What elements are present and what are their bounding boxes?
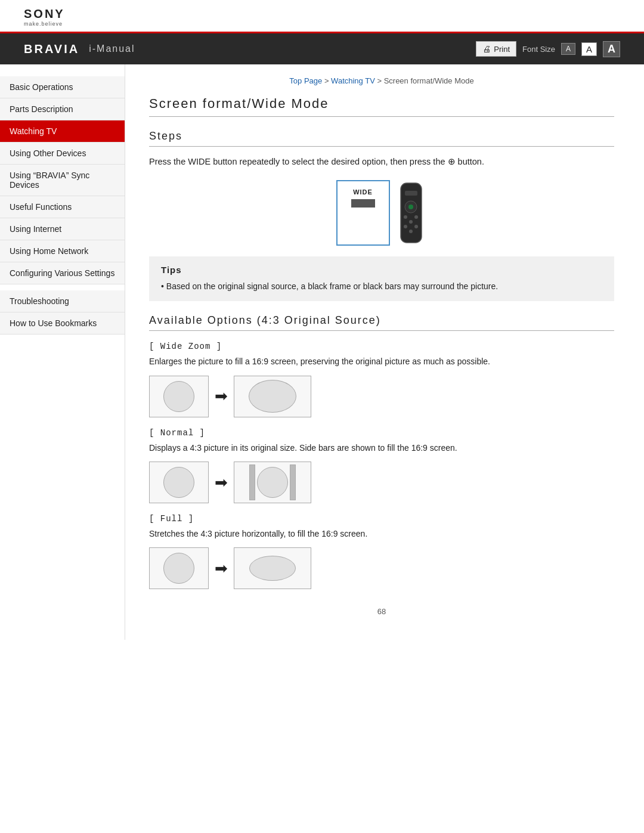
sidebar-item-using-internet[interactable]: Using Internet — [0, 218, 125, 240]
circle-after-normal — [257, 467, 288, 498]
full-desc: Stretches the 4:3 picture horizontally, … — [149, 527, 614, 540]
sony-tagline: make.believe — [24, 21, 620, 27]
full-before — [149, 547, 209, 589]
top-bar: SONY make.believe — [0, 0, 644, 33]
print-label: Print — [494, 45, 510, 54]
sidebar-item-using-home-network[interactable]: Using Home Network — [0, 240, 125, 262]
steps-body: Press the WIDE button repeatedly to sele… — [149, 155, 614, 169]
circle-after-wide-zoom — [249, 380, 296, 413]
normal-diagram: ➡ — [149, 462, 614, 503]
svg-point-4 — [404, 215, 407, 219]
svg-point-6 — [409, 220, 413, 224]
sidebar-item-troubleshooting[interactable]: Troubleshooting — [0, 290, 125, 312]
svg-point-7 — [404, 225, 407, 228]
arrow-wide-zoom: ➡ — [215, 387, 228, 405]
tips-body: Based on the original signal source, a b… — [161, 280, 602, 293]
arrow-full: ➡ — [215, 559, 228, 578]
tips-heading: Tips — [161, 265, 602, 275]
breadcrumb: Top Page > Watching TV > Screen format/W… — [149, 76, 614, 85]
sidebar-item-bookmarks[interactable]: How to Use Bookmarks — [0, 312, 125, 335]
svg-point-3 — [408, 205, 413, 209]
wide-zoom-before — [149, 376, 209, 417]
available-options-heading: Available Options (4:3 Original Source) — [149, 314, 614, 331]
main-content: Top Page > Watching TV > Screen format/W… — [125, 64, 644, 640]
font-size-small-button[interactable]: A — [561, 43, 575, 55]
breadcrumb-top-page[interactable]: Top Page — [289, 76, 322, 85]
wide-zoom-diagram: ➡ — [149, 376, 614, 417]
normal-after — [234, 462, 311, 503]
sidebar-item-parts-description[interactable]: Parts Description — [0, 98, 125, 120]
sidebar: Basic Operations Parts Description Watch… — [0, 64, 125, 640]
svg-point-5 — [414, 215, 418, 219]
svg-point-9 — [409, 230, 413, 233]
font-size-label: Font Size — [522, 45, 555, 54]
full-option-title: [ Full ] — [149, 514, 614, 524]
sidebar-item-basic-operations[interactable]: Basic Operations — [0, 76, 125, 98]
breadcrumb-watching-tv[interactable]: Watching TV — [331, 76, 375, 85]
nav-bar: BRAVIA i-Manual 🖨 Print Font Size A A A — [0, 33, 644, 64]
bravia-logo: BRAVIA — [24, 42, 79, 56]
svg-point-8 — [414, 225, 418, 228]
page-title: Screen format/Wide Mode — [149, 96, 614, 117]
font-size-mid-button[interactable]: A — [581, 42, 597, 56]
tips-box: Tips Based on the original signal source… — [149, 256, 614, 301]
circle-after-full — [249, 556, 296, 581]
wide-button-box: WIDE — [336, 180, 390, 246]
right-side-bar — [290, 465, 296, 500]
wide-button-illustration: WIDE — [149, 180, 614, 246]
remote-control-icon — [395, 180, 428, 246]
main-layout: Basic Operations Parts Description Watch… — [0, 64, 644, 640]
full-after — [234, 547, 311, 589]
wide-zoom-option-title: [ Wide Zoom ] — [149, 342, 614, 351]
font-size-large-button[interactable]: A — [603, 41, 620, 57]
sidebar-item-watching-tv[interactable]: Watching TV — [0, 120, 125, 143]
sidebar-item-configuring-settings[interactable]: Configuring Various Settings — [0, 262, 125, 284]
sidebar-item-useful-functions[interactable]: Useful Functions — [0, 196, 125, 218]
breadcrumb-current: Screen format/Wide Mode — [384, 76, 474, 85]
wide-zoom-desc: Enlarges the picture to fill a 16:9 scre… — [149, 355, 614, 368]
print-icon: 🖨 — [482, 44, 491, 54]
circle-before-wide-zoom — [163, 381, 194, 412]
full-diagram: ➡ — [149, 547, 614, 589]
wide-btn-rect — [351, 199, 375, 208]
sidebar-item-using-other-devices[interactable]: Using Other Devices — [0, 143, 125, 165]
wide-btn-label: WIDE — [349, 188, 377, 196]
imanual-label: i-Manual — [89, 44, 135, 54]
circle-before-full — [163, 553, 194, 584]
normal-before — [149, 462, 209, 503]
sony-logo: SONY make.believe — [24, 7, 620, 27]
left-side-bar — [249, 465, 255, 500]
normal-option-title: [ Normal ] — [149, 428, 614, 438]
wide-zoom-after — [234, 376, 311, 417]
arrow-normal: ➡ — [215, 473, 228, 492]
circle-before-normal — [163, 467, 194, 498]
svg-rect-1 — [405, 191, 417, 196]
nav-right-controls: 🖨 Print Font Size A A A — [476, 41, 620, 57]
normal-desc: Displays a 4:3 picture in its original s… — [149, 441, 614, 454]
steps-heading: Steps — [149, 130, 614, 147]
print-button[interactable]: 🖨 Print — [476, 41, 516, 57]
sidebar-item-bravia-sync[interactable]: Using “BRAVIA” Sync Devices — [0, 165, 125, 196]
page-number: 68 — [149, 607, 614, 616]
